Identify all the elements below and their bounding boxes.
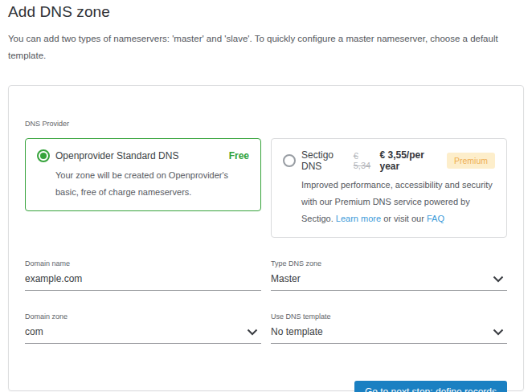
- radio-unchecked-icon[interactable]: [283, 154, 296, 167]
- field-domain-zone: Domain zone com: [25, 312, 261, 344]
- provider-openprovider-description: Your zone will be created on Openprovide…: [37, 167, 249, 201]
- domain-zone-select[interactable]: com: [25, 326, 261, 344]
- domain-name-input[interactable]: [25, 273, 261, 284]
- use-dns-template-value: No template: [271, 326, 493, 337]
- dns-provider-section-label: DNS Provider: [25, 120, 507, 128]
- provider-openprovider-name: Openprovider Standard DNS: [55, 150, 178, 161]
- chevron-down-icon: [493, 329, 504, 336]
- use-dns-template-select[interactable]: No template: [271, 326, 507, 344]
- provider-sectigo-pricing: € 5,34 € 3,55/per year Premium: [354, 149, 495, 172]
- current-price: € 3,55/per year: [379, 149, 440, 172]
- provider-openprovider-header: Openprovider Standard DNS Free: [37, 149, 249, 162]
- field-domain-name: Domain name: [25, 259, 261, 291]
- old-price: € 5,34: [354, 151, 376, 170]
- domain-name-input-row: [25, 273, 261, 291]
- sectigo-description-text-2: or visit our: [383, 214, 424, 223]
- chevron-down-icon: [247, 329, 258, 336]
- field-type-dns-zone: Type DNS zone Master: [271, 259, 507, 291]
- provider-sectigo-header: Sectigo DNS € 5,34 € 3,55/per year Premi…: [283, 149, 495, 172]
- field-use-dns-template: Use DNS template No template: [271, 312, 507, 344]
- type-dns-zone-value: Master: [271, 273, 493, 284]
- domain-zone-label: Domain zone: [25, 312, 261, 321]
- dns-zone-form-card: DNS Provider Openprovider Standard DNS F…: [8, 85, 524, 391]
- domain-zone-value: com: [25, 326, 247, 337]
- page-subtitle: You can add two types of nameservers: 'm…: [8, 31, 508, 64]
- radio-checked-icon[interactable]: [37, 149, 50, 162]
- chevron-down-icon: [493, 276, 504, 283]
- use-dns-template-label: Use DNS template: [271, 312, 507, 321]
- card-footer: Go to next step: define records: [25, 381, 507, 392]
- type-dns-zone-label: Type DNS zone: [271, 259, 507, 267]
- page-title: Add DNS zone: [8, 3, 524, 21]
- provider-openprovider-price: Free: [229, 150, 249, 161]
- provider-options: Openprovider Standard DNS Free Your zone…: [25, 138, 507, 238]
- faq-link[interactable]: FAQ: [427, 214, 444, 223]
- dns-zone-form-fields: Domain name Type DNS zone Master Domain …: [25, 259, 507, 344]
- provider-option-sectigo[interactable]: Sectigo DNS € 5,34 € 3,55/per year Premi…: [271, 138, 507, 238]
- domain-name-label: Domain name: [25, 259, 261, 267]
- learn-more-link[interactable]: Learn more: [336, 214, 381, 223]
- provider-option-openprovider[interactable]: Openprovider Standard DNS Free Your zone…: [25, 138, 261, 211]
- next-step-button[interactable]: Go to next step: define records: [354, 381, 507, 392]
- provider-sectigo-description: Improved performance, accessibility and …: [283, 177, 495, 227]
- type-dns-zone-select[interactable]: Master: [271, 273, 507, 291]
- add-dns-zone-page: Add DNS zone You can add two types of na…: [0, 0, 532, 391]
- premium-badge: Premium: [447, 153, 495, 169]
- provider-sectigo-name: Sectigo DNS: [301, 149, 354, 172]
